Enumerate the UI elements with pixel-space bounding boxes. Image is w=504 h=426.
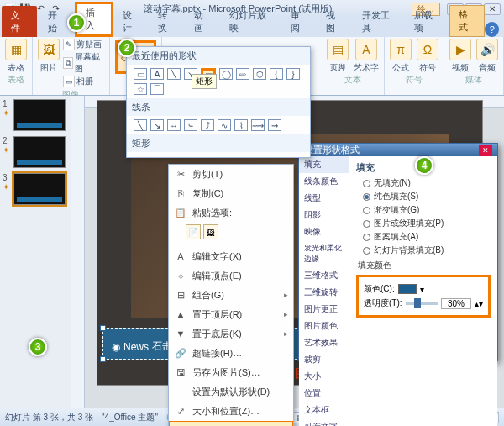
cat-position[interactable]: 位置 — [299, 385, 349, 402]
ctx-bring-front[interactable]: ▲置于顶层(R)▸ — [169, 305, 293, 324]
cat-artistic[interactable]: 艺术效果 — [299, 334, 349, 351]
ctx-edit-points[interactable]: ⟐编辑顶点(E) — [169, 266, 293, 286]
shape-item[interactable]: ↔ — [167, 119, 181, 131]
ctx-set-default[interactable]: 设置为默认形状(D) — [169, 382, 293, 402]
picture-icon[interactable]: 🖼 — [38, 39, 60, 60]
ctx-size-pos[interactable]: ⤢大小和位置(Z)… — [169, 402, 293, 421]
cat-line-style[interactable]: 线型 — [299, 190, 349, 207]
tab-dev[interactable]: 开发工具 — [353, 6, 406, 37]
shape-item[interactable]: ∿ — [218, 119, 231, 131]
tab-addin[interactable]: 加载项 — [405, 6, 449, 37]
cat-3d-format[interactable]: 三维格式 — [299, 267, 349, 284]
cat-crop[interactable]: 裁剪 — [299, 351, 349, 368]
tab-design[interactable]: 设计 — [113, 6, 149, 37]
shapes-gallery[interactable]: 最近使用的形状 ▭ A ╲ ↘ ▭ ◯ ⇨ ⬡ { } ☆ ⌒ 线条 ╲↘↔⤷⤴… — [126, 46, 311, 158]
dialog-categories[interactable]: 填充 线条颜色 线型 阴影 映像 发光和柔化边缘 三维格式 三维旋转 图片更正 … — [299, 156, 349, 426]
ctx-edit-text[interactable]: A编辑文字(X) — [169, 247, 293, 266]
tab-review[interactable]: 审阅 — [281, 6, 317, 37]
cat-line-color[interactable]: 线条颜色 — [299, 173, 349, 190]
dialog-titlebar[interactable]: 设置形状格式 ✕ — [299, 144, 497, 156]
equation-icon[interactable]: π — [390, 39, 412, 60]
shape-item[interactable]: ▭ — [134, 68, 147, 80]
color-dropdown-icon[interactable]: ▾ — [420, 285, 424, 294]
shape-item[interactable]: ⌇ — [234, 119, 248, 131]
dialog-close-button[interactable]: ✕ — [479, 145, 492, 156]
ctx-send-back[interactable]: ▼置于底层(K)▸ — [169, 324, 293, 344]
cat-fill[interactable]: 填充 — [299, 156, 349, 173]
shape-item[interactable]: { — [270, 68, 283, 80]
audio-icon[interactable]: 🔊 — [476, 39, 498, 60]
radio-picture-fill[interactable]: 图片或纹理填充(P) — [363, 218, 491, 229]
album-button[interactable]: ▭相册 — [63, 76, 104, 87]
cat-glow[interactable]: 发光和柔化边缘 — [299, 240, 349, 267]
resize-handle[interactable] — [100, 356, 106, 362]
shape-item[interactable]: ⇨ — [236, 68, 249, 80]
thumbnail-2[interactable]: 2✦ — [3, 136, 68, 168]
color-swatch[interactable] — [398, 284, 417, 294]
resize-handle[interactable] — [100, 325, 106, 331]
transparency-value[interactable]: 30% — [441, 298, 471, 309]
ctx-group[interactable]: ⊞组合(G)▸ — [169, 286, 293, 305]
tab-file[interactable]: 文件 — [2, 6, 37, 37]
cat-textbox[interactable]: 文本框 — [299, 402, 349, 418]
ctx-save-pic[interactable]: 🖫另存为图片(S)… — [169, 363, 293, 382]
shape-item[interactable]: ⤴ — [201, 119, 214, 131]
cat-shadow[interactable]: 阴影 — [299, 207, 349, 224]
tab-transition[interactable]: 转换 — [149, 6, 184, 37]
screenshot-button[interactable]: ⧉屏幕截图 — [63, 51, 104, 75]
help-button[interactable]: ? — [485, 22, 499, 37]
clipart-button[interactable]: ✎剪贴画 — [63, 39, 104, 50]
shape-item[interactable]: ⌒ — [150, 83, 164, 95]
radio-no-fill[interactable]: 无填充(N) — [363, 177, 491, 189]
radio-solid-fill[interactable]: 纯色填充(S) — [363, 191, 491, 202]
ctx-copy[interactable]: ⎘复制(C) — [169, 184, 293, 203]
shape-item[interactable]: ⬡ — [253, 68, 266, 80]
tab-view[interactable]: 视图 — [317, 6, 352, 37]
header-footer-icon[interactable]: ▤ — [327, 39, 349, 60]
spinner-icon[interactable]: ▴▾ — [475, 299, 483, 308]
cat-alt-text[interactable]: 可选文字 — [299, 418, 349, 426]
shape-item[interactable]: } — [286, 68, 300, 80]
shape-item[interactable]: ╲ — [167, 68, 181, 80]
ctx-label: 编辑顶点(E) — [192, 270, 242, 282]
video-icon[interactable]: ▶ — [449, 39, 471, 60]
tab-animation[interactable]: 动画 — [185, 6, 220, 37]
tab-format[interactable]: 格式 — [449, 5, 485, 37]
slide-thumbnails[interactable]: 1✦ 2✦ 3✦ — [0, 96, 71, 408]
ctx-cut[interactable]: ✂剪切(T) — [169, 165, 293, 184]
ctx-format-shape[interactable]: 🖌设置形状格式(O)… — [169, 421, 293, 426]
shape-item[interactable]: ↘ — [150, 119, 164, 131]
paste-opt-1[interactable]: 📄 — [186, 224, 201, 239]
ctx-hyperlink[interactable]: 🔗超链接(H)… — [169, 344, 293, 363]
cat-reflection[interactable]: 映像 — [299, 224, 349, 240]
radio-gradient-fill[interactable]: 渐变填充(G) — [363, 204, 491, 216]
shape-item[interactable]: ⇝ — [268, 119, 281, 131]
paste-opt-2[interactable]: 🖼 — [203, 224, 218, 239]
link-icon: 🔗 — [174, 346, 187, 360]
ctx-label: 另存为图片(S)… — [192, 366, 260, 379]
cat-size[interactable]: 大小 — [299, 368, 349, 385]
thumbnail-3[interactable]: 3✦ — [3, 173, 68, 205]
thumbnail-1[interactable]: 1✦ — [3, 99, 68, 131]
symbol-icon[interactable]: Ω — [417, 39, 438, 60]
shape-item[interactable]: ◯ — [219, 68, 233, 80]
wordart-icon[interactable]: A — [355, 39, 377, 60]
shape-item[interactable]: ⟿ — [251, 119, 265, 131]
radio-pattern-fill[interactable]: 图案填充(A) — [363, 231, 491, 243]
cat-pic-color[interactable]: 图片颜色 — [299, 318, 349, 334]
format-shape-dialog[interactable]: 设置形状格式 ✕ 填充 线条颜色 线型 阴影 映像 发光和柔化边缘 三维格式 三… — [298, 143, 498, 361]
radio-slidebg-fill[interactable]: 幻灯片背景填充(B) — [363, 245, 491, 256]
slider-thumb[interactable] — [414, 298, 421, 308]
transparency-slider[interactable] — [406, 302, 438, 305]
wordart-label: 艺术字 — [354, 62, 379, 74]
shape-item[interactable]: ╲ — [134, 119, 147, 131]
close-button[interactable]: ✕ — [484, 3, 501, 15]
ribbon-table[interactable]: ▦ 表格 表格 — [0, 37, 33, 95]
shape-item[interactable]: ☆ — [134, 83, 147, 95]
context-menu[interactable]: ✂剪切(T) ⎘复制(C) 📋粘贴选项: 📄🖼 A编辑文字(X) ⟐编辑顶点(E… — [168, 164, 294, 426]
cat-pic-correct[interactable]: 图片更正 — [299, 301, 349, 318]
shape-item[interactable]: ⤷ — [184, 119, 197, 131]
shape-item[interactable]: A — [150, 68, 164, 80]
cat-3d-rotation[interactable]: 三维旋转 — [299, 284, 349, 301]
tab-slideshow[interactable]: 幻灯片放映 — [220, 6, 281, 37]
